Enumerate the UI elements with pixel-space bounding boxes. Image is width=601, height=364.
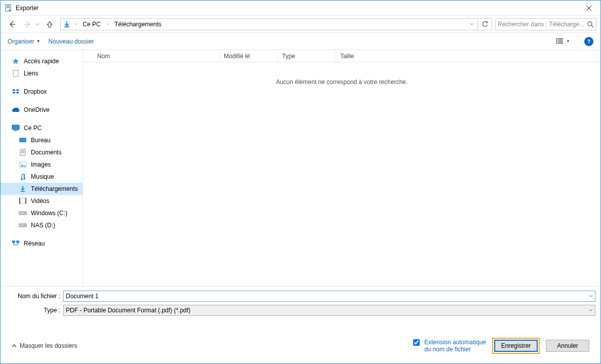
column-modified[interactable]: ⌄Modifié le (220, 53, 278, 60)
address-bar[interactable]: › Ce PC › Téléchargements (60, 18, 478, 30)
forward-button[interactable] (20, 17, 35, 31)
nav-bar: › Ce PC › Téléchargements Rechercher dan… (1, 16, 600, 33)
dropdown-icon[interactable] (587, 308, 593, 312)
svg-rect-30 (25, 198, 26, 204)
new-folder-button[interactable]: Nouveau dossier (49, 38, 94, 45)
svg-rect-3 (7, 8, 10, 8)
column-headers: Nom ⌄Modifié le Type Taille (83, 50, 600, 62)
back-button[interactable] (5, 17, 20, 31)
cancel-button[interactable]: Annuler (546, 340, 589, 352)
tree-desktop[interactable]: Bureau (1, 134, 83, 146)
star-icon (12, 57, 20, 65)
tree-label: Musique (31, 173, 54, 180)
svg-rect-28 (19, 198, 26, 204)
chevron-up-icon (12, 343, 17, 348)
recent-locations-button[interactable] (35, 22, 42, 27)
svg-rect-15 (556, 43, 557, 44)
svg-rect-2 (7, 7, 10, 7)
tree-images[interactable]: Images (1, 158, 83, 171)
tree-label: Dropbox (24, 88, 47, 95)
music-icon (19, 173, 27, 181)
svg-rect-20 (19, 138, 26, 142)
svg-rect-25 (19, 161, 26, 168)
save-button[interactable]: Enregistrer (494, 340, 538, 352)
drive-icon (19, 209, 27, 217)
hide-folders-button[interactable]: Masquer les dossiers (12, 342, 77, 349)
chevron-right-icon[interactable]: › (105, 21, 110, 27)
breadcrumb-thispc[interactable]: Ce PC (81, 20, 102, 28)
tree-dropbox[interactable]: Dropbox (1, 86, 83, 98)
tree-network[interactable]: Réseau (1, 237, 83, 250)
svg-point-32 (25, 213, 26, 214)
chevron-right-icon[interactable]: › (73, 21, 78, 27)
documents-icon (19, 148, 27, 156)
network-icon (12, 239, 20, 248)
svg-rect-13 (556, 41, 557, 42)
file-list[interactable]: Aucun élément ne correspond à votre rech… (83, 62, 600, 286)
breadcrumb-downloads[interactable]: Téléchargements (112, 20, 164, 28)
tree-music[interactable]: Musique (1, 171, 83, 183)
auto-extension-input[interactable] (413, 339, 420, 346)
column-size[interactable]: Taille (336, 53, 387, 60)
tree-label: Documents (31, 149, 62, 156)
type-select[interactable]: PDF - Portable Document Format (.pdf) (*… (63, 305, 595, 316)
images-icon (19, 160, 27, 169)
search-input[interactable]: Rechercher dans : Télécharge... (495, 18, 596, 30)
svg-point-34 (25, 225, 26, 226)
tree-documents[interactable]: Documents (1, 146, 83, 158)
tree-label: Vidéos (31, 197, 49, 205)
svg-rect-16 (558, 43, 563, 44)
dropdown-triangle-icon: ▼ (566, 39, 570, 44)
tree-label: Bureau (31, 137, 51, 144)
svg-point-26 (21, 163, 22, 165)
toolbar: Organiser ▼ Nouveau dossier ▼ ? (1, 33, 600, 50)
new-folder-label: Nouveau dossier (49, 38, 94, 45)
title-bar: Exporter (1, 1, 600, 16)
up-button[interactable] (42, 17, 57, 31)
search-placeholder: Rechercher dans : Télécharge... (498, 21, 587, 28)
tree-links[interactable]: Liens (1, 67, 83, 79)
tree-label: Téléchargements (31, 185, 78, 192)
downloads-folder-icon (63, 20, 71, 28)
close-button[interactable] (577, 1, 600, 16)
drive-icon (19, 221, 27, 229)
svg-rect-36 (16, 240, 19, 243)
tree-quick-access[interactable]: Accès rapide (1, 55, 83, 67)
organize-menu[interactable]: Organiser ▼ (8, 38, 41, 45)
tree-videos[interactable]: Vidéos (1, 195, 83, 207)
videos-icon (19, 197, 27, 205)
svg-rect-35 (12, 240, 15, 243)
tree-cdrive[interactable]: Windows (C:) (1, 207, 83, 219)
dropdown-icon[interactable] (587, 294, 593, 298)
tree-thispc[interactable]: Ce PC (1, 122, 83, 134)
svg-rect-18 (12, 125, 19, 130)
type-value: PDF - Portable Document Format (.pdf) (*… (66, 307, 587, 314)
tree-ddrive[interactable]: NAS (D:) (1, 219, 83, 231)
tree-onedrive[interactable]: OneDrive (1, 104, 83, 116)
tree-label: Réseau (24, 240, 45, 247)
column-name[interactable]: Nom (93, 53, 220, 60)
column-type[interactable]: Type (278, 53, 336, 60)
computer-icon (12, 124, 20, 132)
svg-rect-14 (558, 41, 563, 42)
filename-input[interactable]: Document 1 (63, 291, 595, 302)
tree-label: Liens (24, 70, 38, 77)
file-icon (12, 69, 20, 77)
view-mode-button[interactable]: ▼ (556, 38, 570, 45)
window-title: Exporter (16, 5, 577, 12)
svg-rect-17 (13, 70, 18, 76)
app-icon (5, 4, 13, 12)
help-button[interactable]: ? (584, 37, 593, 46)
svg-point-9 (588, 22, 592, 26)
svg-line-10 (591, 25, 593, 27)
refresh-button[interactable] (478, 18, 492, 30)
empty-message: Aucun élément ne correspond à votre rech… (83, 78, 600, 86)
save-label: Enregistrer (501, 342, 531, 349)
auto-extension-checkbox[interactable]: Extension automatique du nom de fichier (411, 339, 486, 353)
auto-extension-label: Extension automatique du nom de fichier (424, 339, 486, 353)
filename-label: Nom du fichier : (6, 293, 60, 300)
tree-downloads[interactable]: Téléchargements (1, 183, 83, 195)
address-dropdown-icon[interactable] (468, 22, 475, 26)
sort-indicator-icon: ⌄ (247, 52, 251, 56)
svg-rect-1 (7, 6, 10, 6)
